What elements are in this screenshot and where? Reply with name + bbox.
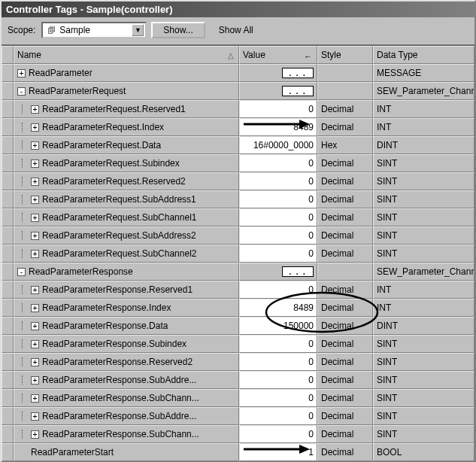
- table-row[interactable]: +ReadParameterResponse.Reserved10Decimal…: [2, 281, 474, 299]
- cell-value[interactable]: 0: [239, 208, 317, 226]
- table-row[interactable]: +ReadParameterRequest.SubAddress10Decima…: [2, 190, 474, 208]
- show-all-link[interactable]: Show All: [219, 25, 253, 35]
- cell-data-type: INT: [373, 299, 474, 317]
- cell-value[interactable]: 0: [239, 154, 317, 172]
- cell-name[interactable]: +ReadParameterRequest.SubChannel1: [14, 208, 239, 226]
- table-row[interactable]: +ReadParameterResponse.Index8489DecimalI…: [2, 299, 474, 317]
- col-data-type[interactable]: Data Type: [373, 46, 474, 64]
- cell-value[interactable]: 0: [239, 172, 317, 190]
- struct-expand-icon[interactable]: ...: [282, 86, 314, 96]
- cell-value[interactable]: 0: [239, 353, 317, 371]
- expand-icon[interactable]: +: [17, 69, 26, 78]
- cell-name[interactable]: +ReadParameterRequest.SubAddress1: [14, 190, 239, 208]
- table-row[interactable]: +ReadParameterRequest.Index8489DecimalIN…: [2, 118, 474, 136]
- cell-name[interactable]: +ReadParameter: [14, 64, 239, 82]
- cell-data-type: INT: [373, 118, 474, 136]
- cell-name[interactable]: -ReadParameterRequest: [14, 82, 239, 100]
- cell-name[interactable]: +ReadParameterResponse.Subindex: [14, 335, 239, 353]
- col-value[interactable]: Value ←: [239, 46, 317, 64]
- cell-name[interactable]: +ReadParameterResponse.SubChann...: [14, 425, 239, 443]
- table-row[interactable]: +ReadParameterRequest.SubChannel10Decima…: [2, 208, 474, 226]
- expand-icon[interactable]: +: [31, 430, 39, 439]
- show-button[interactable]: Show...: [151, 22, 205, 38]
- cell-value[interactable]: 0: [239, 190, 317, 208]
- cell-value[interactable]: 8489: [239, 299, 317, 317]
- table-row[interactable]: +ReadParameterResponse.Reserved20Decimal…: [2, 353, 474, 371]
- cell-value[interactable]: 0: [239, 245, 317, 263]
- cell-value[interactable]: 0: [239, 425, 317, 443]
- cell-name[interactable]: +ReadParameterResponse.SubAddre...: [14, 407, 239, 425]
- cell-name[interactable]: +ReadParameterResponse.SubAddre...: [14, 371, 239, 389]
- table-row[interactable]: +ReadParameterRequest.Data16#0000_0000He…: [2, 136, 474, 154]
- table-row[interactable]: +ReadParameterResponse.Data150000Decimal…: [2, 317, 474, 335]
- collapse-icon[interactable]: -: [17, 268, 26, 276]
- table-row[interactable]: +ReadParameterResponse.SubChann...0Decim…: [2, 425, 474, 443]
- row-gutter: [2, 100, 14, 118]
- col-name[interactable]: Name △: [14, 46, 239, 64]
- chevron-down-icon[interactable]: ▼: [132, 24, 144, 36]
- expand-icon[interactable]: +: [31, 232, 39, 240]
- cell-name[interactable]: +ReadParameterResponse.Data: [14, 317, 239, 335]
- expand-icon[interactable]: +: [31, 178, 39, 186]
- expand-icon[interactable]: +: [31, 160, 39, 168]
- expand-icon[interactable]: +: [31, 250, 39, 258]
- cell-name[interactable]: +ReadParameterRequest.Reserved2: [14, 172, 239, 190]
- cell-style: Decimal: [317, 389, 373, 407]
- table-row[interactable]: +ReadParameterResponse.SubAddre...0Decim…: [2, 407, 474, 425]
- cell-style: Decimal: [317, 172, 373, 190]
- cell-name[interactable]: +ReadParameterResponse.Reserved2: [14, 353, 239, 371]
- cell-value[interactable]: 0: [239, 281, 317, 299]
- expand-icon[interactable]: +: [31, 105, 39, 114]
- cell-name[interactable]: ReadParameterStart: [14, 443, 239, 461]
- expand-icon[interactable]: +: [31, 123, 39, 132]
- cell-name[interactable]: +ReadParameterRequest.SubChannel2: [14, 245, 239, 263]
- table-row[interactable]: +ReadParameterResponse.SubAddre...0Decim…: [2, 371, 474, 389]
- expand-icon[interactable]: +: [31, 340, 39, 348]
- table-row[interactable]: -ReadParameterRequest...SEW_Parameter_Ch…: [2, 82, 474, 100]
- table-row[interactable]: +ReadParameterResponse.Subindex0DecimalS…: [2, 335, 474, 353]
- cell-name[interactable]: +ReadParameterRequest.Reserved1: [14, 100, 239, 118]
- table-row[interactable]: +ReadParameterRequest.Reserved20DecimalS…: [2, 172, 474, 190]
- cell-value[interactable]: 1: [239, 443, 317, 461]
- cell-value[interactable]: 0: [239, 407, 317, 425]
- cell-value[interactable]: 0: [239, 100, 317, 118]
- cell-name[interactable]: +ReadParameterResponse.SubChann...: [14, 389, 239, 407]
- cell-value[interactable]: 0: [239, 371, 317, 389]
- expand-icon[interactable]: +: [31, 412, 39, 421]
- expand-icon[interactable]: +: [31, 394, 39, 403]
- expand-icon[interactable]: +: [31, 286, 39, 294]
- table-row[interactable]: ReadParameterStart1DecimalBOOL: [2, 443, 474, 461]
- scope-dropdown[interactable]: 🗐 Sample ▼: [41, 22, 147, 38]
- table-row[interactable]: +ReadParameterRequest.Reserved10DecimalI…: [2, 100, 474, 118]
- cell-value[interactable]: 8489: [239, 118, 317, 136]
- cell-name[interactable]: -ReadParameterResponse: [14, 263, 239, 281]
- expand-icon[interactable]: +: [31, 376, 39, 384]
- cell-value[interactable]: 150000: [239, 317, 317, 335]
- table-row[interactable]: +ReadParameterRequest.SubAddress20Decima…: [2, 226, 474, 245]
- cell-name[interactable]: +ReadParameterRequest.Data: [14, 136, 239, 154]
- table-row[interactable]: +ReadParameterResponse.SubChann...0Decim…: [2, 389, 474, 407]
- table-row[interactable]: +ReadParameter...MESSAGE: [2, 64, 474, 82]
- cell-name[interactable]: +ReadParameterRequest.Index: [14, 118, 239, 136]
- cell-name[interactable]: +ReadParameterRequest.Subindex: [14, 154, 239, 172]
- table-row[interactable]: -ReadParameterResponse...SEW_Parameter_C…: [2, 263, 474, 281]
- struct-expand-icon[interactable]: ...: [282, 68, 314, 78]
- cell-name[interactable]: +ReadParameterRequest.SubAddress2: [14, 226, 239, 245]
- expand-icon[interactable]: +: [31, 214, 39, 222]
- table-row[interactable]: +ReadParameterRequest.SubChannel20Decima…: [2, 245, 474, 263]
- cell-name[interactable]: +ReadParameterResponse.Reserved1: [14, 281, 239, 299]
- col-style[interactable]: Style: [317, 46, 373, 64]
- cell-value[interactable]: 0: [239, 335, 317, 353]
- expand-icon[interactable]: +: [31, 358, 39, 366]
- cell-value[interactable]: 16#0000_0000: [239, 136, 317, 154]
- expand-icon[interactable]: +: [31, 322, 39, 330]
- expand-icon[interactable]: +: [31, 304, 39, 312]
- table-row[interactable]: +ReadParameterRequest.Subindex0DecimalSI…: [2, 154, 474, 172]
- cell-value[interactable]: 0: [239, 226, 317, 245]
- cell-name[interactable]: +ReadParameterResponse.Index: [14, 299, 239, 317]
- struct-expand-icon[interactable]: ...: [282, 266, 314, 277]
- cell-value[interactable]: 0: [239, 389, 317, 407]
- expand-icon[interactable]: +: [31, 141, 39, 150]
- expand-icon[interactable]: +: [31, 196, 39, 204]
- collapse-icon[interactable]: -: [17, 87, 26, 96]
